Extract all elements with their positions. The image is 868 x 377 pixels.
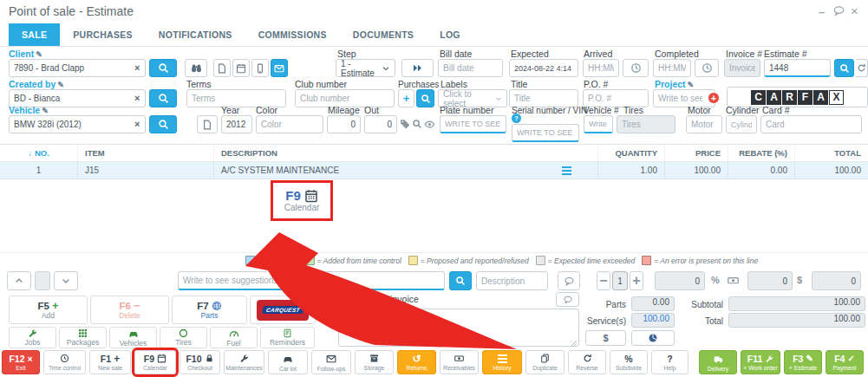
column-header-description[interactable]: DESCRIPTION [214, 145, 598, 161]
edit-icon[interactable]: ✎ [42, 107, 49, 115]
tab-documents[interactable]: DOCUMENTS [340, 23, 427, 46]
vehicle-no-input[interactable] [584, 115, 613, 133]
step-forward-button[interactable] [401, 59, 434, 77]
vin-input[interactable] [512, 124, 579, 142]
f6-delete-button[interactable]: F6− Delete [90, 296, 169, 324]
column-header-item[interactable]: ITEM [78, 145, 214, 161]
currency-button[interactable]: $ [585, 330, 626, 346]
plate-input[interactable] [440, 115, 506, 133]
toolbar-reverse-button[interactable]: Reverse [568, 350, 606, 374]
toolbar-history-button[interactable]: History [482, 350, 522, 374]
toolbar-help-button[interactable]: ? Help [651, 350, 689, 374]
client-mobile-button[interactable] [251, 59, 269, 77]
project-add-icon[interactable]: + [708, 92, 720, 104]
client-note-button[interactable] [213, 59, 231, 77]
toolbar-checkout-button[interactable]: F10 Checkout [179, 350, 220, 374]
toolbar-exit-button[interactable]: F12× Exit [2, 350, 40, 374]
arrived-clock-button[interactable] [623, 59, 649, 77]
year-input[interactable] [221, 115, 252, 133]
vehicle-note-button[interactable] [197, 115, 218, 133]
purchases-add-button[interactable]: + [398, 89, 414, 107]
item-search-button[interactable] [449, 271, 472, 290]
completed-clock-button[interactable] [695, 59, 719, 77]
tab-log[interactable]: LOG [427, 23, 473, 46]
eye-icon[interactable] [424, 119, 435, 130]
vehicle-search-button[interactable] [149, 115, 177, 133]
estimate-refresh-button[interactable] [856, 59, 868, 77]
vehicles-button[interactable]: Vehicles [109, 327, 157, 348]
estimate-input[interactable] [764, 59, 831, 77]
tab-purchases[interactable]: PURCHASES [60, 23, 146, 46]
toolbar-maintenances-button[interactable]: Maintenances [224, 350, 264, 374]
created-by-search-button[interactable] [149, 89, 177, 107]
mileage-input[interactable] [327, 115, 361, 133]
tab-commissions[interactable]: COMMISSIONS [245, 23, 340, 46]
edit-icon[interactable]: ✎ [36, 50, 42, 59]
breakdown-button[interactable] [631, 330, 675, 346]
toolbar-car-lot-button[interactable]: Car lot [268, 350, 308, 374]
bill-date-input[interactable] [438, 59, 503, 77]
tab-notifications[interactable]: NOTIFICATIONS [146, 23, 245, 46]
step-select[interactable]: 1 - Estimate [336, 59, 395, 77]
toolbar-delivery-button[interactable]: Delivery [699, 350, 737, 374]
client-email-button[interactable] [271, 59, 288, 77]
toolbar-calendar-button[interactable]: F9 Calendar [134, 350, 176, 374]
move-line-down-button[interactable] [54, 271, 78, 290]
f9-calendar-callout[interactable]: F9 Calendar [271, 180, 333, 221]
purchases-search-button[interactable] [416, 89, 434, 107]
tag-icon[interactable] [400, 119, 410, 129]
f5-add-button[interactable]: F5+ Add [9, 296, 88, 324]
qty-value-box[interactable]: 1 [612, 271, 628, 290]
packages-button[interactable]: Packages [59, 327, 107, 348]
table-row[interactable]: 1 J15 A/C SYSTEM MAINTENANCE 1.00 100.00… [0, 162, 868, 179]
motor-input[interactable] [686, 115, 722, 133]
jobs-button[interactable]: Jobs [9, 327, 56, 348]
toolbar-time-control-button[interactable]: Time control [43, 350, 86, 374]
toolbar-subdivide-button[interactable]: % Subdivide [610, 350, 648, 374]
column-header-price[interactable]: PRICE [665, 145, 728, 161]
toolbar-new-estimate-button[interactable]: F3✎ + Estimate [784, 350, 822, 374]
toolbar-new-sale-button[interactable]: F1+ New sale [89, 350, 131, 374]
f7-parts-button[interactable]: F7 Parts [172, 296, 247, 324]
cylinder-input[interactable] [726, 115, 757, 133]
client-search-button[interactable] [149, 59, 177, 77]
percent-icon[interactable]: % [711, 275, 720, 285]
completed-input[interactable] [653, 59, 691, 77]
column-header-rebate[interactable]: REBATE (%) [728, 145, 795, 161]
column-header-no[interactable]: ↓NO. [0, 145, 78, 161]
client-merge-button[interactable] [185, 59, 207, 77]
client-input[interactable] [9, 59, 146, 77]
toolbar-receivables-button[interactable]: Receivables [440, 350, 479, 374]
client-calendar-button[interactable] [232, 59, 250, 77]
out-input[interactable] [364, 115, 397, 133]
edit-icon[interactable]: ✎ [688, 81, 695, 89]
banknote-icon[interactable] [727, 275, 740, 286]
toolbar-returns-button[interactable]: ↺ Returns [397, 350, 436, 374]
card-input[interactable] [760, 115, 862, 133]
line-comment-button[interactable] [558, 271, 580, 290]
toolbar-payment-button[interactable]: F4✓ Payment [826, 350, 864, 374]
item-suggestions-input[interactable] [178, 271, 445, 290]
close-icon[interactable]: × [851, 5, 858, 16]
clear-icon[interactable]: × [134, 120, 140, 129]
title-input[interactable] [509, 89, 578, 107]
arrived-input[interactable] [583, 59, 619, 77]
minimize-icon[interactable]: – [819, 6, 825, 17]
line-description-input[interactable] [476, 271, 548, 290]
column-header-total[interactable]: TOTAL [795, 145, 868, 161]
dollar-icon[interactable]: $ [797, 275, 802, 285]
clear-icon[interactable]: × [134, 94, 140, 103]
reminders-button[interactable]: Reminders [260, 327, 315, 348]
message-textarea[interactable] [338, 309, 579, 347]
qty-plus-button[interactable]: + [630, 271, 643, 290]
row-menu-icon[interactable] [562, 166, 571, 175]
carquest-button[interactable]: CARQUEST [250, 296, 316, 324]
toolbar-storage-button[interactable]: Storage [355, 350, 394, 374]
expected-input[interactable] [509, 59, 578, 77]
toolbar-work-order-button[interactable]: F11 + Work order [741, 350, 780, 374]
edit-icon[interactable]: ✎ [57, 81, 64, 89]
fuel-button[interactable]: Fuel [210, 327, 258, 348]
vehicle-input[interactable] [9, 115, 146, 133]
move-line-up-button[interactable] [7, 271, 31, 290]
column-header-quantity[interactable]: QUANTITY [598, 145, 665, 161]
